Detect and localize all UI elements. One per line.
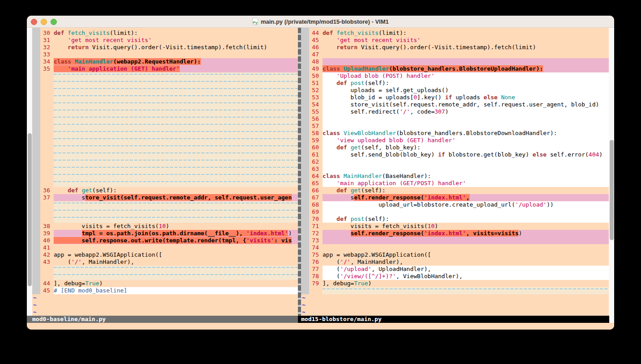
line-text	[54, 208, 298, 216]
code-line[interactable]: 36 def get(self):	[32, 187, 298, 194]
code-line[interactable]: 35 'main application (GET) handler'	[32, 65, 298, 72]
command-line[interactable]	[27, 323, 614, 330]
code-line[interactable]: 42app = webapp2.WSGIApplication([	[32, 251, 298, 258]
code-line[interactable]: 74	[301, 244, 609, 251]
code-line[interactable]: 58class ViewBlobHandler(blobstore_handle…	[301, 130, 609, 137]
code-line[interactable]: 52 uploads = self.get_uploads()	[301, 87, 609, 94]
code-line[interactable]: 41	[32, 244, 298, 251]
line-number	[309, 287, 323, 294]
minimize-button[interactable]	[41, 19, 47, 25]
line-text: 'view uploaded blob (GET) handler'	[323, 137, 609, 144]
line-text: upload_url=blobstore.create_upload_url('…	[323, 201, 609, 208]
fold-column-cell	[301, 51, 309, 58]
filler-line[interactable]	[32, 115, 298, 123]
right-scrollbar-track[interactable]	[609, 28, 614, 330]
code-line[interactable]: 43 ('/', MainHandler),	[32, 258, 298, 266]
code-line[interactable]: 50 'Upload blob (POST) handler'	[301, 72, 609, 80]
code-line[interactable]: 69	[301, 208, 609, 216]
code-line[interactable]: 76 ('/', MainHandler),	[301, 258, 609, 266]
code-line[interactable]: 61 self.send_blob(blob_key) if blobstore…	[301, 151, 609, 158]
code-line[interactable]: 73	[301, 237, 609, 244]
code-line[interactable]: 45# [END mod0_baseline]	[32, 287, 298, 294]
filler-line[interactable]	[32, 72, 298, 80]
filler-line[interactable]	[32, 165, 298, 173]
filler-line[interactable]	[32, 173, 298, 180]
filler-line[interactable]	[32, 123, 298, 130]
filler-line[interactable]	[32, 108, 298, 115]
code-line[interactable]: 72 self.render_response('index.html', vi…	[301, 230, 609, 237]
line-text: visits = fetch_visits(10)	[54, 223, 298, 230]
filler-line[interactable]	[32, 80, 298, 87]
filler-line[interactable]	[32, 266, 298, 273]
line-text: return Visit.query().order(-Visit.timest…	[323, 44, 609, 51]
left-scrollbar-thumb[interactable]	[28, 133, 32, 286]
filler-line[interactable]	[32, 180, 298, 187]
filler-line[interactable]	[32, 273, 298, 280]
fold-column-cell	[32, 101, 40, 108]
filler-line[interactable]	[32, 87, 298, 94]
code-line[interactable]: 38 visits = fetch_visits(10)	[32, 223, 298, 230]
code-line[interactable]: 56	[301, 115, 609, 123]
left-editor-pane[interactable]: 30def fetch_visits(limit):31 'get most r…	[32, 28, 298, 316]
filler-line[interactable]	[32, 101, 298, 108]
code-line[interactable]: 62	[301, 158, 609, 165]
title-bar[interactable]: Py main.py (/private/tmp/mod15-blobstore…	[27, 16, 614, 28]
code-line[interactable]: 48	[301, 58, 609, 65]
code-line[interactable]: 51 def post(self):	[301, 80, 609, 87]
code-line[interactable]: 59 'view uploaded blob (GET) handler'	[301, 137, 609, 144]
code-line[interactable]: 30def fetch_visits(limit):	[32, 30, 298, 37]
code-line[interactable]: 45 'get most recent visits'	[301, 37, 609, 44]
right-editor-pane[interactable]: 44def fetch_visits(limit):45 'get most r…	[301, 28, 609, 316]
code-line[interactable]: 49class UploadHandler(blobstore_handlers…	[301, 65, 609, 72]
filler-line[interactable]	[32, 151, 298, 158]
line-text	[54, 273, 298, 280]
code-line[interactable]: 44], debug=True)	[32, 280, 298, 287]
code-line[interactable]: 44def fetch_visits(limit):	[301, 30, 609, 37]
filler-line[interactable]	[32, 201, 298, 208]
code-line[interactable]: 79], debug=True)	[301, 280, 609, 287]
filler-line[interactable]	[32, 208, 298, 216]
code-line[interactable]: 54 store_visit(self.request.remote_addr,…	[301, 101, 609, 108]
fold-column-cell	[32, 151, 40, 158]
code-line[interactable]: 53 blob_id = uploads[0].key() if uploads…	[301, 94, 609, 101]
line-number: 79	[309, 280, 323, 287]
code-line[interactable]: 37 store_visit(self.request.remote_addr,…	[32, 194, 298, 201]
code-line[interactable]: 46 return Visit.query().order(-Visit.tim…	[301, 44, 609, 51]
filler-line[interactable]	[32, 94, 298, 101]
close-button[interactable]	[31, 19, 37, 25]
code-line[interactable]: 71 visits = fetch_visits(10)	[301, 223, 609, 230]
code-line[interactable]: 47	[301, 51, 609, 58]
line-number: 57	[309, 123, 323, 130]
code-line[interactable]: 78 ('/view/([^/]+)?', ViewBlobHandler),	[301, 273, 609, 280]
code-line[interactable]: 33	[32, 51, 298, 58]
code-line[interactable]: 31 'get most recent visits'	[32, 37, 298, 44]
code-line[interactable]: 40 self.response.out.write(template.rend…	[32, 237, 298, 244]
code-line[interactable]: 77 ('/upload', UploadHandler),	[301, 266, 609, 273]
code-line[interactable]: 63	[301, 165, 609, 173]
code-line[interactable]: 34class MainHandler(webapp2.RequestHandl…	[32, 58, 298, 65]
code-line[interactable]: 64class MainHandler(BaseHandler):	[301, 173, 609, 180]
code-line[interactable]: 75app = webapp2.WSGIApplication([	[301, 251, 609, 258]
line-text	[323, 51, 609, 58]
filler-line[interactable]	[32, 130, 298, 137]
code-line[interactable]: 68 upload_url=blobstore.create_upload_ur…	[301, 201, 609, 208]
code-line[interactable]: 39 tmpl = os.path.join(os.path.dirname(_…	[32, 230, 298, 237]
code-line[interactable]: 70 def post(self):	[301, 216, 609, 223]
code-line[interactable]: 65 'main application (GET/POST) handler'	[301, 180, 609, 187]
code-line[interactable]: 66 def get(self):	[301, 187, 609, 194]
code-line[interactable]: 67 self.render_response('index.html',	[301, 194, 609, 201]
code-line[interactable]: 60 def get(self, blob_key):	[301, 144, 609, 151]
filler-line[interactable]	[32, 144, 298, 151]
code-line[interactable]: 55 self.redirect('/', code=307)	[301, 108, 609, 115]
code-line[interactable]: 32 return Visit.query().order(-Visit.tim…	[32, 44, 298, 51]
left-scrollbar-track[interactable]	[27, 28, 32, 316]
filler-line[interactable]	[301, 287, 609, 294]
filler-line[interactable]	[32, 137, 298, 144]
code-line[interactable]: 57	[301, 123, 609, 130]
filler-line[interactable]	[32, 158, 298, 165]
split-separator[interactable]	[298, 28, 301, 316]
zoom-button[interactable]	[51, 19, 57, 25]
fold-column-cell	[301, 30, 309, 37]
right-scrollbar-thumb[interactable]	[610, 140, 614, 240]
filler-line[interactable]	[32, 216, 298, 223]
